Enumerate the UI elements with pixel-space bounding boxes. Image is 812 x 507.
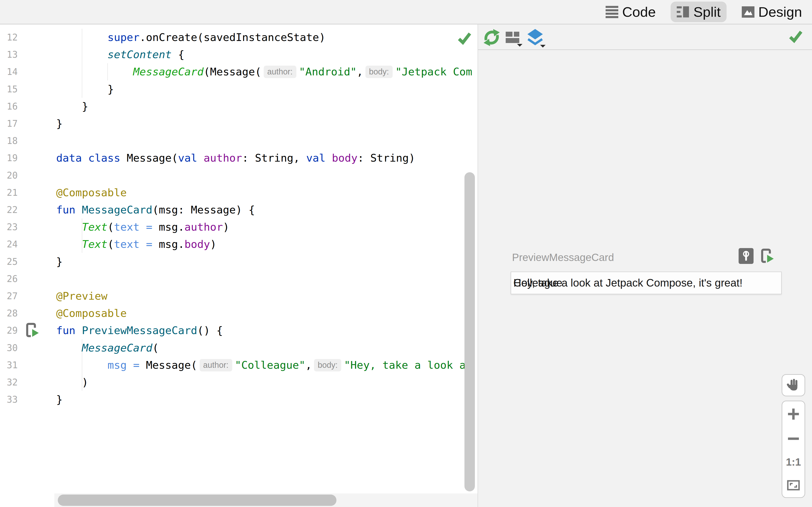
split-view-icon <box>676 6 690 18</box>
line-number[interactable]: 31 <box>0 356 18 374</box>
inspections-check-icon[interactable] <box>457 30 472 46</box>
code-line-26[interactable]: 26 <box>0 270 477 287</box>
code-token: } <box>107 83 114 95</box>
pan-hand-button[interactable] <box>782 374 805 396</box>
code-token: msg. <box>159 238 185 250</box>
code-line-21[interactable]: 21@Composable <box>0 184 477 201</box>
line-number[interactable]: 20 <box>0 167 18 184</box>
line-number[interactable]: 17 <box>0 115 18 132</box>
line-number[interactable]: 22 <box>0 201 18 218</box>
line-number[interactable]: 15 <box>0 80 18 98</box>
line-number[interactable]: 14 <box>0 63 18 80</box>
android-studio-split-editor: Code Split Design <box>0 0 812 507</box>
line-number[interactable]: 25 <box>0 253 18 270</box>
line-number[interactable]: 29 <box>0 322 18 339</box>
line-number[interactable]: 26 <box>0 270 18 287</box>
layers-icon[interactable] <box>526 29 547 49</box>
code-line-text: ) <box>56 374 88 391</box>
tab-code[interactable]: Code <box>600 2 662 22</box>
layout-options-icon[interactable] <box>504 29 525 49</box>
line-number[interactable]: 12 <box>0 29 18 46</box>
code-line-30[interactable]: 30 MessageCard( <box>0 339 477 356</box>
tab-code-label: Code <box>622 4 656 20</box>
parameter-hint-chip[interactable]: body: <box>365 66 393 78</box>
code-line-text: fun PreviewMessageCard() { <box>56 322 223 339</box>
code-line-text: MessageCard( <box>56 339 159 356</box>
preview-body-text: Hey, take a look at Jetpack Compose, it'… <box>513 272 743 294</box>
code-token: , <box>357 65 363 78</box>
line-number[interactable]: 30 <box>0 339 18 356</box>
code-line-text: super.onCreate(savedInstanceState) <box>56 29 325 46</box>
pan-hand-icon <box>786 378 801 393</box>
line-number[interactable]: 18 <box>0 132 18 150</box>
code-line-33[interactable]: 33} <box>0 391 477 408</box>
code-line-32[interactable]: 32 ) <box>0 374 477 391</box>
editor-vertical-scrollbar[interactable] <box>464 172 475 491</box>
code-line-text: fun MessageCard(msg: Message) { <box>56 201 255 218</box>
code-line-29[interactable]: 29fun PreviewMessageCard() { <box>0 322 477 339</box>
code-token: ) <box>82 376 88 388</box>
code-line-15[interactable]: 15 } <box>0 80 477 98</box>
code-token: } <box>82 100 88 112</box>
tab-split[interactable]: Split <box>671 2 726 22</box>
compose-preview-panel: PreviewMessageCard Colleague Hey, take a… <box>477 24 812 507</box>
zoom-to-fit-button[interactable] <box>782 480 805 491</box>
code-line-31[interactable]: 31 msg = Message(author:"Colleague",body… <box>0 356 477 374</box>
code-token <box>82 152 88 164</box>
code-line-text: Text(text = msg.author) <box>56 218 229 236</box>
code-line-25[interactable]: 25} <box>0 253 477 270</box>
code-editor[interactable]: 12 super.onCreate(savedInstanceState)13 … <box>0 24 477 507</box>
code-line-24[interactable]: 24 Text(text = msg.body) <box>0 236 477 253</box>
code-token: (msg: Message) { <box>152 204 255 216</box>
zoom-in-button[interactable]: + <box>782 407 805 421</box>
run-preview-on-device-icon[interactable] <box>759 248 774 264</box>
code-token: setContent <box>107 48 171 61</box>
code-token: ) <box>210 238 216 250</box>
code-token: MessageCard <box>133 65 204 78</box>
tab-design[interactable]: Design <box>735 2 808 22</box>
line-number[interactable]: 13 <box>0 46 18 63</box>
code-line-20[interactable]: 20 <box>0 167 477 184</box>
code-token: MessageCard <box>82 342 152 354</box>
code-line-28[interactable]: 28@Composable <box>0 305 477 322</box>
parameter-hint-chip[interactable]: author: <box>264 66 296 78</box>
code-line-13[interactable]: 13 setContent { <box>0 46 477 63</box>
code-token: "Android" <box>299 65 357 78</box>
zoom-out-button[interactable]: − <box>782 433 805 444</box>
line-number[interactable]: 24 <box>0 236 18 253</box>
code-token: msg. <box>159 221 185 233</box>
line-number[interactable]: 27 <box>0 287 18 305</box>
code-token: body <box>332 152 358 164</box>
code-line-17[interactable]: 17} <box>0 115 477 132</box>
preview-toolbar <box>478 24 812 50</box>
line-number[interactable]: 21 <box>0 184 18 201</box>
build-refresh-icon[interactable] <box>483 29 503 49</box>
code-line-text: } <box>56 391 62 408</box>
zoom-to-fit-icon <box>787 487 800 491</box>
code-line-14[interactable]: 14 MessageCard(Message(author:"Android",… <box>0 63 477 80</box>
line-number[interactable]: 32 <box>0 374 18 391</box>
line-number[interactable]: 19 <box>0 150 18 167</box>
code-line-18[interactable]: 18 <box>0 132 477 150</box>
code-line-12[interactable]: 12 super.onCreate(savedInstanceState) <box>0 29 477 46</box>
preview-title[interactable]: PreviewMessageCard <box>512 251 614 264</box>
code-line-23[interactable]: 23 Text(text = msg.author) <box>0 218 477 236</box>
line-number[interactable]: 33 <box>0 391 18 408</box>
line-number[interactable]: 28 <box>0 305 18 322</box>
parameter-hint-chip[interactable]: body: <box>314 359 341 372</box>
zoom-actual-size-button[interactable]: 1:1 <box>782 456 805 468</box>
line-number[interactable]: 16 <box>0 98 18 115</box>
preview-render-area[interactable]: Colleague Hey, take a look at Jetpack Co… <box>511 272 782 294</box>
code-line-22[interactable]: 22fun MessageCard(msg: Message) { <box>0 201 477 218</box>
code-line-text: } <box>56 80 114 98</box>
code-line-16[interactable]: 16 } <box>0 98 477 115</box>
run-preview-gutter-icon[interactable] <box>24 323 39 338</box>
parameter-hint-chip[interactable]: author: <box>200 359 232 372</box>
line-number[interactable]: 23 <box>0 218 18 236</box>
code-token: data <box>56 152 82 164</box>
render-status-check-icon[interactable] <box>788 29 808 49</box>
code-line-19[interactable]: 19data class Message(val author: String,… <box>0 150 477 167</box>
code-line-27[interactable]: 27@Preview <box>0 287 477 305</box>
editor-horizontal-scrollbar[interactable] <box>58 495 337 506</box>
interactive-mode-icon[interactable] <box>739 248 754 264</box>
